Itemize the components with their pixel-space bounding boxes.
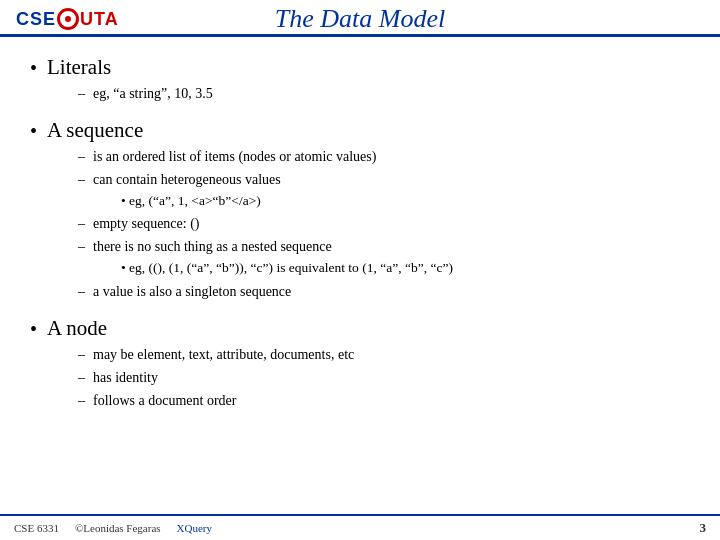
logo-uta-text: UTA bbox=[80, 9, 119, 30]
bullet-main-sequence: • A sequence bbox=[30, 118, 690, 144]
sub-dash: – bbox=[78, 236, 85, 278]
bullet-literals: • Literals – eg, “a string”, 10, 3.5 bbox=[30, 47, 690, 104]
list-item: – empty sequence: () bbox=[78, 213, 690, 234]
sub-sub-bullet: • bbox=[121, 260, 129, 275]
sub-dash: – bbox=[78, 213, 85, 234]
sub-sub-items: • eg, (“a”, 1, <a>“b”</a>) bbox=[121, 191, 281, 211]
sub-dash: – bbox=[78, 390, 85, 411]
list-item: – can contain heterogeneous values • eg,… bbox=[78, 169, 690, 211]
bullet-dot-literals: • bbox=[30, 55, 37, 81]
sub-item-text: eg, “a string”, 10, 3.5 bbox=[93, 83, 213, 104]
sub-item-text: there is no such thing as a nested seque… bbox=[93, 239, 332, 254]
sub-items-node: – may be element, text, attribute, docum… bbox=[78, 344, 690, 411]
list-item: – follows a document order bbox=[78, 390, 690, 411]
sub-items-sequence: – is an ordered list of items (nodes or … bbox=[78, 146, 690, 302]
bullet-main-literals: • Literals bbox=[30, 55, 690, 81]
sub-item-text: can contain heterogeneous values bbox=[93, 172, 281, 187]
sub-item-text: is an ordered list of items (nodes or at… bbox=[93, 146, 376, 167]
sub-sub-text: eg, (“a”, 1, <a>“b”</a>) bbox=[129, 193, 261, 208]
list-item: – there is no such thing as a nested seq… bbox=[78, 236, 690, 278]
footer-copyright: ©Leonidas Fegaras bbox=[75, 522, 161, 534]
logo-cse-text: CSE bbox=[16, 9, 56, 30]
sub-sub-items: • eg, ((), (1, (“a”, “b”)), “c”) is equi… bbox=[121, 258, 453, 278]
footer-page-number: 3 bbox=[700, 520, 707, 536]
sub-dash: – bbox=[78, 146, 85, 167]
header: CSE UTA The Data Model bbox=[0, 0, 720, 37]
sub-item-text: empty sequence: () bbox=[93, 213, 200, 234]
bullet-node: • A node – may be element, text, attribu… bbox=[30, 308, 690, 411]
bullet-sequence: • A sequence – is an ordered list of ite… bbox=[30, 110, 690, 302]
sub-dash: – bbox=[78, 83, 85, 104]
list-item: – may be element, text, attribute, docum… bbox=[78, 344, 690, 365]
sub-item-with-children: can contain heterogeneous values • eg, (… bbox=[93, 169, 281, 211]
sub-dash: – bbox=[78, 367, 85, 388]
sub-sub-bullet: • bbox=[121, 193, 129, 208]
logo-circle bbox=[57, 8, 79, 30]
list-item: – eg, “a string”, 10, 3.5 bbox=[78, 83, 690, 104]
list-item: – has identity bbox=[78, 367, 690, 388]
sub-item-with-children: there is no such thing as a nested seque… bbox=[93, 236, 453, 278]
list-item: – is an ordered list of items (nodes or … bbox=[78, 146, 690, 167]
bullet-label-sequence: A sequence bbox=[47, 118, 143, 143]
bullet-label-node: A node bbox=[47, 316, 107, 341]
sub-items-literals: – eg, “a string”, 10, 3.5 bbox=[78, 83, 690, 104]
bullet-dot-sequence: • bbox=[30, 118, 37, 144]
sub-dash: – bbox=[78, 344, 85, 365]
footer: CSE 6331 ©Leonidas Fegaras XQuery 3 bbox=[0, 514, 720, 540]
bullet-main-node: • A node bbox=[30, 316, 690, 342]
sub-item-text: has identity bbox=[93, 367, 158, 388]
footer-course: CSE 6331 bbox=[14, 522, 59, 534]
list-item: • eg, (“a”, 1, <a>“b”</a>) bbox=[121, 191, 281, 211]
sub-dash: – bbox=[78, 281, 85, 302]
sub-item-text: may be element, text, attribute, documen… bbox=[93, 344, 354, 365]
bullet-label-literals: Literals bbox=[47, 55, 111, 80]
slide: CSE UTA The Data Model • Literals – eg, … bbox=[0, 0, 720, 540]
sub-item-text: follows a document order bbox=[93, 390, 236, 411]
logo: CSE UTA bbox=[16, 8, 119, 30]
sub-sub-text: eg, ((), (1, (“a”, “b”)), “c”) is equiva… bbox=[129, 260, 453, 275]
sub-dash: – bbox=[78, 169, 85, 211]
list-item: • eg, ((), (1, (“a”, “b”)), “c”) is equi… bbox=[121, 258, 453, 278]
list-item: – a value is also a singleton sequence bbox=[78, 281, 690, 302]
bullet-dot-node: • bbox=[30, 316, 37, 342]
content-area: • Literals – eg, “a string”, 10, 3.5 • A… bbox=[0, 37, 720, 514]
footer-topic: XQuery bbox=[177, 522, 212, 534]
sub-item-text: a value is also a singleton sequence bbox=[93, 281, 291, 302]
logo-dot bbox=[65, 16, 71, 22]
